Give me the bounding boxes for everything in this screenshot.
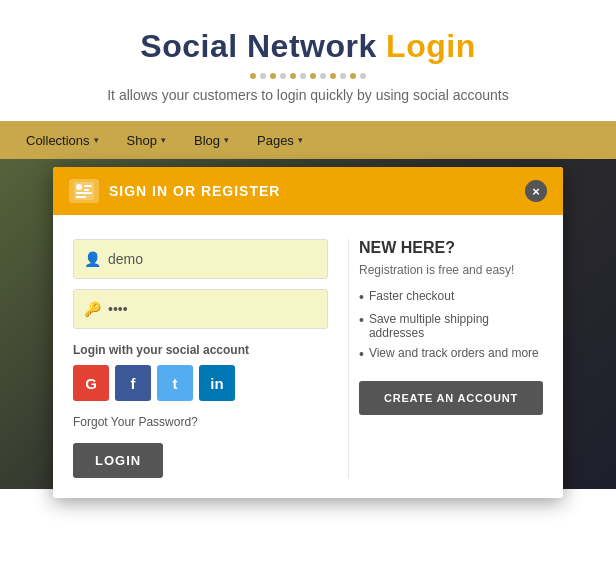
header-section: Social Network Login It allows your cust… [0, 0, 616, 121]
social-buttons-group: G f t in [73, 365, 328, 401]
new-here-subtitle: Registration is free and easy! [359, 263, 543, 277]
dot [300, 73, 306, 79]
icon-svg [74, 182, 94, 200]
nav-label: Pages [257, 133, 294, 148]
dot [350, 73, 356, 79]
dot [340, 73, 346, 79]
nav-item-collections[interactable]: Collections ▾ [12, 121, 113, 159]
facebook-login-button[interactable]: f [115, 365, 151, 401]
feature-text: Save multiple shipping addresses [369, 312, 543, 340]
password-input[interactable] [108, 301, 317, 317]
svg-rect-3 [84, 189, 89, 191]
dot [360, 73, 366, 79]
chevron-down-icon: ▾ [161, 135, 166, 145]
nav-bar: Collections ▾ Shop ▾ Blog ▾ Pages ▾ [0, 121, 616, 159]
feature-list: • Faster checkout • Save multiple shippi… [359, 289, 543, 363]
dot [280, 73, 286, 79]
login-button[interactable]: LOGIN [73, 443, 163, 478]
svg-rect-5 [76, 196, 86, 198]
person-card-icon [69, 179, 99, 203]
background-area: SIGN IN OR REGISTER × 👤 🔑 Login with you… [0, 159, 616, 489]
list-item: • Save multiple shipping addresses [359, 312, 543, 340]
dot [290, 73, 296, 79]
nav-item-pages[interactable]: Pages ▾ [243, 121, 317, 159]
nav-label: Blog [194, 133, 220, 148]
modal-right-panel: NEW HERE? Registration is free and easy!… [348, 239, 543, 478]
svg-rect-4 [76, 192, 92, 194]
header-subtitle: It allows your customers to login quickl… [20, 87, 596, 103]
modal-close-button[interactable]: × [525, 180, 547, 202]
dot [270, 73, 276, 79]
username-input-row: 👤 [73, 239, 328, 279]
bullet-icon: • [359, 289, 364, 306]
password-input-row: 🔑 [73, 289, 328, 329]
dot [310, 73, 316, 79]
modal-body: 👤 🔑 Login with your social account G f t… [53, 215, 563, 498]
nav-label: Collections [26, 133, 90, 148]
page-title: Social Network Login [20, 28, 596, 65]
user-icon: 👤 [84, 251, 100, 267]
decorative-dots [20, 73, 596, 79]
linkedin-login-button[interactable]: in [199, 365, 235, 401]
nav-item-blog[interactable]: Blog ▾ [180, 121, 243, 159]
username-input[interactable] [108, 251, 317, 267]
nav-item-shop[interactable]: Shop ▾ [113, 121, 180, 159]
feature-text: Faster checkout [369, 289, 454, 303]
dot [260, 73, 266, 79]
modal-header: SIGN IN OR REGISTER × [53, 167, 563, 215]
title-main: Social Network [140, 28, 376, 64]
bullet-icon: • [359, 312, 364, 329]
nav-label: Shop [127, 133, 157, 148]
chevron-down-icon: ▾ [94, 135, 99, 145]
dot [320, 73, 326, 79]
new-here-title: NEW HERE? [359, 239, 543, 257]
forgot-password-link[interactable]: Forgot Your Password? [73, 415, 328, 429]
bullet-icon: • [359, 346, 364, 363]
dot [330, 73, 336, 79]
google-login-button[interactable]: G [73, 365, 109, 401]
chevron-down-icon: ▾ [224, 135, 229, 145]
login-modal: SIGN IN OR REGISTER × 👤 🔑 Login with you… [53, 167, 563, 498]
feature-text: View and track orders and more [369, 346, 539, 360]
twitter-login-button[interactable]: t [157, 365, 193, 401]
social-label: Login with your social account [73, 343, 328, 357]
create-account-button[interactable]: CREATE AN ACCOUNT [359, 381, 543, 415]
lock-icon: 🔑 [84, 301, 100, 317]
chevron-down-icon: ▾ [298, 135, 303, 145]
title-highlight: Login [386, 28, 476, 64]
modal-header-left: SIGN IN OR REGISTER [69, 179, 280, 203]
modal-left-panel: 👤 🔑 Login with your social account G f t… [73, 239, 328, 478]
list-item: • Faster checkout [359, 289, 543, 306]
list-item: • View and track orders and more [359, 346, 543, 363]
svg-rect-1 [76, 184, 82, 190]
dot [250, 73, 256, 79]
modal-title: SIGN IN OR REGISTER [109, 183, 280, 199]
svg-rect-2 [84, 185, 92, 187]
